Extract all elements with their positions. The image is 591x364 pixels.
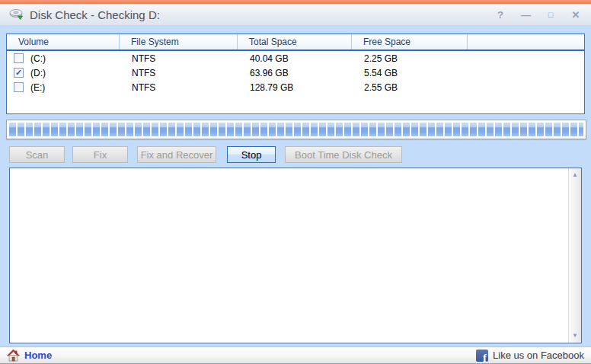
column-header-empty <box>468 34 584 49</box>
maximize-icon[interactable]: □ <box>545 11 557 19</box>
file-system-value: NTFS <box>120 82 238 93</box>
scan-button[interactable]: Scan <box>9 146 65 163</box>
total-space-value: 40.04 GB <box>238 53 352 64</box>
volume-label: (C:) <box>30 53 46 64</box>
free-space-value: 5.54 GB <box>352 68 468 78</box>
title-bar: Disk Check - Checking D: ? — □ ✕ <box>0 4 591 26</box>
scroll-up-icon[interactable]: ▲ <box>572 168 578 182</box>
volume-label: (E:) <box>30 82 45 93</box>
volume-list-header: Volume File System Total Space Free Spac… <box>7 34 584 51</box>
boot-time-disk-check-button[interactable]: Boot Time Disk Check <box>285 146 402 163</box>
column-header-volume[interactable]: Volume <box>7 34 120 49</box>
column-header-free-space[interactable]: Free Space <box>352 34 468 49</box>
column-header-file-system[interactable]: File System <box>120 34 238 49</box>
volume-label: (D:) <box>30 68 46 78</box>
facebook-icon: f <box>476 350 488 362</box>
disk-check-app-icon <box>9 8 24 21</box>
disk-check-progress-bar <box>6 120 586 139</box>
total-space-value: 128.79 GB <box>238 82 352 93</box>
home-link[interactable]: Home <box>7 350 52 362</box>
help-icon[interactable]: ? <box>494 10 506 20</box>
progress-bar-segments <box>9 123 583 136</box>
facebook-link[interactable]: f Like us on Facebook <box>476 350 584 362</box>
home-label: Home <box>24 350 52 361</box>
fix-and-recover-button[interactable]: Fix and Recover <box>137 146 216 163</box>
checkbox-volume-c[interactable] <box>14 53 24 63</box>
window-controls: ? — □ ✕ <box>494 10 582 20</box>
home-icon <box>7 350 20 362</box>
window-title: Disk Check - Checking D: <box>30 8 160 21</box>
checkbox-volume-e[interactable] <box>14 82 24 92</box>
free-space-value: 2.25 GB <box>352 53 468 64</box>
action-buttons: Scan Fix Fix and Recover Stop Boot Time … <box>9 146 402 163</box>
scan-output-pane[interactable]: ▲ ▼ <box>9 168 582 343</box>
volume-list: Volume File System Total Space Free Spac… <box>6 34 585 114</box>
table-row-d[interactable]: ✓ (D:) NTFS 63.96 GB 5.54 GB <box>7 65 584 80</box>
facebook-label: Like us on Facebook <box>493 350 584 361</box>
status-bar: Home f Like us on Facebook <box>0 346 591 364</box>
scroll-down-icon[interactable]: ▼ <box>572 329 578 343</box>
file-system-value: NTFS <box>120 53 238 64</box>
minimize-icon[interactable]: — <box>519 10 532 20</box>
column-header-total-space[interactable]: Total Space <box>238 34 352 49</box>
close-icon[interactable]: ✕ <box>570 10 582 20</box>
checkbox-volume-d[interactable]: ✓ <box>14 68 24 78</box>
free-space-value: 2.55 GB <box>352 82 468 93</box>
total-space-value: 63.96 GB <box>238 68 352 78</box>
table-row-e[interactable]: (E:) NTFS 128.79 GB 2.55 GB <box>7 80 584 94</box>
fix-button[interactable]: Fix <box>72 146 128 163</box>
file-system-value: NTFS <box>120 68 238 78</box>
stop-button[interactable]: Stop <box>227 146 276 163</box>
table-row-c[interactable]: (C:) NTFS 40.04 GB 2.25 GB <box>7 51 584 65</box>
vertical-scrollbar[interactable]: ▲ ▼ <box>568 168 581 343</box>
